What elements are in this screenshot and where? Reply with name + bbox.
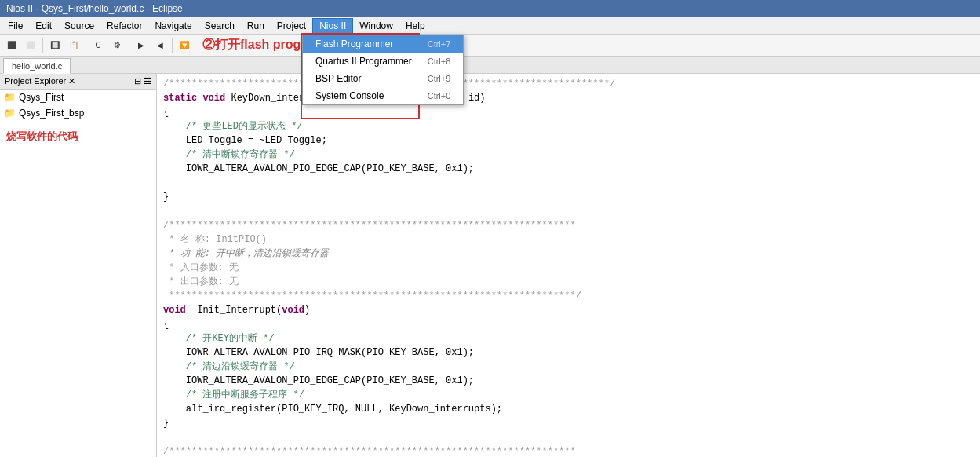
title-text: Nios II - Qsys_First/hello_world.c - Ecl… (6, 3, 183, 14)
menu-help[interactable]: Help (399, 19, 432, 33)
menu-bar: File Edit Source Refactor Navigate Searc… (0, 17, 980, 35)
dropdown-quartus-programmer[interactable]: Quartus II Programmer Ctrl+8 (303, 53, 463, 70)
menu-window[interactable]: Window (353, 19, 399, 33)
menu-file[interactable]: File (2, 19, 29, 33)
toolbar-btn-3[interactable]: 🔲 (46, 37, 64, 54)
toolbar-btn-9[interactable]: 🔽 (176, 37, 193, 54)
menu-search[interactable]: Search (199, 19, 241, 33)
sidebar-controls[interactable]: ⊟ ☰ (134, 76, 151, 86)
dropdown-system-console[interactable]: System Console Ctrl+0 (303, 87, 463, 104)
toolbar-sep-3 (129, 38, 129, 53)
code-content: /***************************************… (157, 74, 980, 457)
menu-navigate[interactable]: Navigate (148, 19, 198, 33)
dropdown-flash-programmer[interactable]: Flash Programmer Ctrl+7 (303, 35, 463, 53)
toolbar-btn-2[interactable]: ⬜ (22, 37, 39, 54)
dropdown-bsp-editor[interactable]: BSP Editor Ctrl+9 (303, 70, 463, 87)
menu-project[interactable]: Project (271, 19, 312, 33)
tab-bar: hello_world.c (0, 57, 980, 74)
toolbar-btn-5[interactable]: C (89, 37, 107, 54)
menu-refactor[interactable]: Refactor (100, 19, 148, 33)
sidebar: Project Explorer ✕ ⊟ ☰ 📁 Qsys_First 📁 Qs… (0, 74, 157, 457)
toolbar-btn-1[interactable]: ⬛ (3, 37, 20, 54)
dropdown-menu: Flash Programmer Ctrl+7 Quartus II Progr… (302, 35, 464, 105)
folder-icon-2: 📁 (3, 107, 16, 119)
main-area: Project Explorer ✕ ⊟ ☰ 📁 Qsys_First 📁 Qs… (0, 74, 980, 457)
toolbar-btn-4[interactable]: 📋 (65, 37, 82, 54)
tab-hello-world[interactable]: hello_world.c (3, 58, 71, 74)
toolbar-sep-1 (42, 38, 43, 53)
code-editor[interactable]: /***************************************… (157, 74, 980, 457)
menu-nios2[interactable]: Nios II (312, 18, 353, 34)
sidebar-item-qsys-first-bsp[interactable]: 📁 Qsys_First_bsp (0, 105, 156, 121)
toolbar-btn-8[interactable]: ◀ (151, 37, 169, 54)
toolbar-btn-6[interactable]: ⚙ (108, 37, 126, 54)
toolbar-sep-4 (172, 38, 173, 53)
toolbar-btn-7[interactable]: ▶ (133, 37, 150, 54)
title-bar: Nios II - Qsys_First/hello_world.c - Ecl… (0, 0, 980, 17)
menu-edit[interactable]: Edit (29, 19, 58, 33)
sidebar-annotation: 烧写软件的代码 (0, 121, 156, 153)
sidebar-title: Project Explorer ✕ (5, 76, 75, 86)
sidebar-header: Project Explorer ✕ ⊟ ☰ (0, 74, 156, 90)
sidebar-item-qsys-first[interactable]: 📁 Qsys_First (0, 90, 156, 105)
menu-source[interactable]: Source (58, 19, 100, 33)
toolbar: ⬛ ⬜ 🔲 📋 C ⚙ ▶ ◀ 🔽 ②打开flash progranner界面 (0, 35, 980, 57)
toolbar-sep-2 (86, 38, 86, 53)
folder-icon-1: 📁 (3, 91, 16, 104)
menu-run[interactable]: Run (241, 19, 271, 33)
